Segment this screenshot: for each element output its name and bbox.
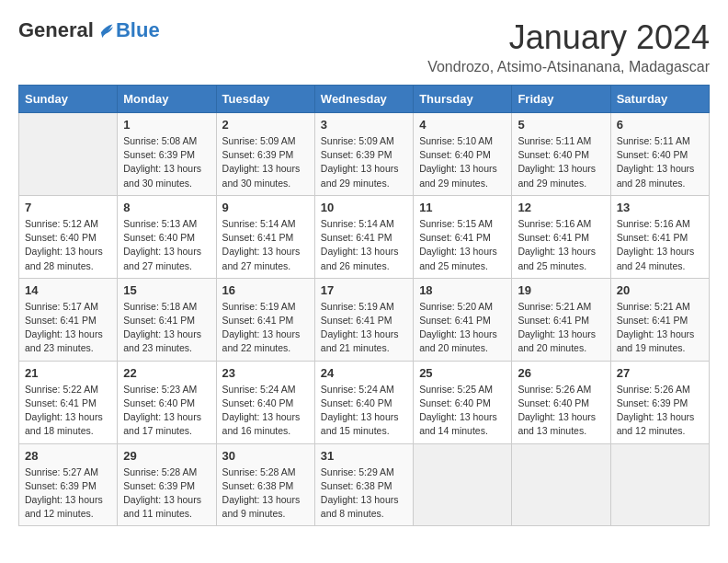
calendar-header-thursday: Thursday bbox=[414, 86, 512, 113]
day-number: 19 bbox=[518, 283, 604, 297]
calendar-cell: 16Sunrise: 5:19 AM Sunset: 6:41 PM Dayli… bbox=[216, 278, 314, 361]
calendar-cell: 15Sunrise: 5:18 AM Sunset: 6:41 PM Dayli… bbox=[118, 278, 216, 361]
day-info: Sunrise: 5:19 AM Sunset: 6:41 PM Dayligh… bbox=[222, 300, 309, 356]
day-number: 28 bbox=[25, 449, 111, 463]
day-info: Sunrise: 5:14 AM Sunset: 6:41 PM Dayligh… bbox=[222, 217, 309, 273]
calendar-cell: 19Sunrise: 5:21 AM Sunset: 6:41 PM Dayli… bbox=[512, 278, 610, 361]
calendar-cell: 29Sunrise: 5:28 AM Sunset: 6:39 PM Dayli… bbox=[118, 443, 216, 526]
logo-blue-text: Blue bbox=[116, 18, 160, 42]
calendar-header-tuesday: Tuesday bbox=[216, 86, 314, 113]
day-info: Sunrise: 5:11 AM Sunset: 6:40 PM Dayligh… bbox=[617, 134, 703, 190]
day-number: 21 bbox=[25, 366, 111, 380]
day-info: Sunrise: 5:28 AM Sunset: 6:39 PM Dayligh… bbox=[123, 465, 210, 522]
location-subtitle: Vondrozo, Atsimo-Atsinanana, Madagascar bbox=[427, 59, 710, 75]
day-number: 4 bbox=[419, 118, 506, 132]
day-info: Sunrise: 5:13 AM Sunset: 6:40 PM Dayligh… bbox=[123, 217, 210, 273]
calendar-cell: 25Sunrise: 5:25 AM Sunset: 6:40 PM Dayli… bbox=[414, 361, 512, 443]
day-info: Sunrise: 5:21 AM Sunset: 6:41 PM Dayligh… bbox=[617, 300, 703, 356]
calendar-cell: 8Sunrise: 5:13 AM Sunset: 6:40 PM Daylig… bbox=[118, 195, 216, 278]
logo-bird-icon bbox=[96, 20, 116, 40]
calendar-cell: 21Sunrise: 5:22 AM Sunset: 6:41 PM Dayli… bbox=[19, 361, 118, 443]
calendar-cell: 3Sunrise: 5:09 AM Sunset: 6:39 PM Daylig… bbox=[314, 113, 413, 196]
logo: General Blue bbox=[18, 18, 160, 42]
day-number: 8 bbox=[123, 201, 210, 214]
day-number: 16 bbox=[222, 283, 309, 297]
calendar-cell: 7Sunrise: 5:12 AM Sunset: 6:40 PM Daylig… bbox=[19, 195, 118, 278]
day-info: Sunrise: 5:15 AM Sunset: 6:41 PM Dayligh… bbox=[419, 217, 506, 273]
day-number: 14 bbox=[25, 283, 111, 297]
calendar-cell: 20Sunrise: 5:21 AM Sunset: 6:41 PM Dayli… bbox=[610, 278, 709, 361]
day-number: 2 bbox=[222, 118, 309, 132]
calendar-table: SundayMondayTuesdayWednesdayThursdayFrid… bbox=[18, 85, 710, 526]
day-info: Sunrise: 5:27 AM Sunset: 6:39 PM Dayligh… bbox=[25, 465, 111, 522]
calendar-cell: 17Sunrise: 5:19 AM Sunset: 6:41 PM Dayli… bbox=[314, 278, 413, 361]
day-number: 26 bbox=[518, 366, 604, 380]
calendar-cell bbox=[610, 443, 709, 526]
calendar-cell: 24Sunrise: 5:24 AM Sunset: 6:40 PM Dayli… bbox=[314, 361, 413, 443]
day-number: 11 bbox=[419, 201, 506, 214]
calendar-cell: 23Sunrise: 5:24 AM Sunset: 6:40 PM Dayli… bbox=[216, 361, 314, 443]
day-info: Sunrise: 5:23 AM Sunset: 6:40 PM Dayligh… bbox=[123, 383, 210, 439]
day-number: 9 bbox=[222, 201, 309, 214]
day-info: Sunrise: 5:19 AM Sunset: 6:41 PM Dayligh… bbox=[321, 300, 407, 356]
day-number: 12 bbox=[518, 201, 604, 214]
calendar-cell: 9Sunrise: 5:14 AM Sunset: 6:41 PM Daylig… bbox=[216, 195, 314, 278]
day-info: Sunrise: 5:09 AM Sunset: 6:39 PM Dayligh… bbox=[321, 134, 407, 190]
day-info: Sunrise: 5:24 AM Sunset: 6:40 PM Dayligh… bbox=[222, 383, 309, 439]
day-info: Sunrise: 5:22 AM Sunset: 6:41 PM Dayligh… bbox=[25, 383, 111, 439]
day-number: 30 bbox=[222, 449, 309, 463]
day-info: Sunrise: 5:29 AM Sunset: 6:38 PM Dayligh… bbox=[321, 465, 407, 522]
day-number: 17 bbox=[321, 283, 407, 297]
day-info: Sunrise: 5:16 AM Sunset: 6:41 PM Dayligh… bbox=[617, 217, 703, 273]
title-block: January 2024 Vondrozo, Atsimo-Atsinanana… bbox=[427, 18, 710, 75]
day-info: Sunrise: 5:24 AM Sunset: 6:40 PM Dayligh… bbox=[321, 383, 407, 439]
calendar-cell: 31Sunrise: 5:29 AM Sunset: 6:38 PM Dayli… bbox=[314, 443, 413, 526]
day-number: 1 bbox=[123, 118, 210, 132]
calendar-week-row: 7Sunrise: 5:12 AM Sunset: 6:40 PM Daylig… bbox=[19, 195, 710, 278]
day-number: 6 bbox=[617, 118, 703, 132]
calendar-cell bbox=[19, 113, 118, 196]
calendar-cell: 26Sunrise: 5:26 AM Sunset: 6:40 PM Dayli… bbox=[512, 361, 610, 443]
calendar-cell: 2Sunrise: 5:09 AM Sunset: 6:39 PM Daylig… bbox=[216, 113, 314, 196]
day-number: 10 bbox=[321, 201, 407, 214]
calendar-header-sunday: Sunday bbox=[19, 86, 118, 113]
day-number: 24 bbox=[321, 366, 407, 380]
calendar-header-monday: Monday bbox=[118, 86, 216, 113]
day-info: Sunrise: 5:12 AM Sunset: 6:40 PM Dayligh… bbox=[25, 217, 111, 273]
day-info: Sunrise: 5:17 AM Sunset: 6:41 PM Dayligh… bbox=[25, 300, 111, 356]
day-info: Sunrise: 5:25 AM Sunset: 6:40 PM Dayligh… bbox=[419, 383, 506, 439]
day-number: 3 bbox=[321, 118, 407, 132]
day-number: 15 bbox=[123, 283, 210, 297]
page-header: General Blue January 2024 Vondrozo, Atsi… bbox=[18, 18, 710, 75]
calendar-cell bbox=[414, 443, 512, 526]
day-number: 27 bbox=[617, 366, 703, 380]
calendar-cell: 18Sunrise: 5:20 AM Sunset: 6:41 PM Dayli… bbox=[414, 278, 512, 361]
calendar-week-row: 14Sunrise: 5:17 AM Sunset: 6:41 PM Dayli… bbox=[19, 278, 710, 361]
calendar-week-row: 21Sunrise: 5:22 AM Sunset: 6:41 PM Dayli… bbox=[19, 361, 710, 443]
calendar-cell: 13Sunrise: 5:16 AM Sunset: 6:41 PM Dayli… bbox=[610, 195, 709, 278]
calendar-week-row: 28Sunrise: 5:27 AM Sunset: 6:39 PM Dayli… bbox=[19, 443, 710, 526]
day-number: 20 bbox=[617, 283, 703, 297]
calendar-header-friday: Friday bbox=[512, 86, 610, 113]
calendar-week-row: 1Sunrise: 5:08 AM Sunset: 6:39 PM Daylig… bbox=[19, 113, 710, 196]
calendar-cell: 11Sunrise: 5:15 AM Sunset: 6:41 PM Dayli… bbox=[414, 195, 512, 278]
calendar-cell: 5Sunrise: 5:11 AM Sunset: 6:40 PM Daylig… bbox=[512, 113, 610, 196]
day-number: 18 bbox=[419, 283, 506, 297]
calendar-cell: 14Sunrise: 5:17 AM Sunset: 6:41 PM Dayli… bbox=[19, 278, 118, 361]
calendar-cell: 22Sunrise: 5:23 AM Sunset: 6:40 PM Dayli… bbox=[118, 361, 216, 443]
day-number: 13 bbox=[617, 201, 703, 214]
day-info: Sunrise: 5:20 AM Sunset: 6:41 PM Dayligh… bbox=[419, 300, 506, 356]
calendar-cell: 27Sunrise: 5:26 AM Sunset: 6:39 PM Dayli… bbox=[610, 361, 709, 443]
day-number: 31 bbox=[321, 449, 407, 463]
calendar-cell: 28Sunrise: 5:27 AM Sunset: 6:39 PM Dayli… bbox=[19, 443, 118, 526]
day-info: Sunrise: 5:16 AM Sunset: 6:41 PM Dayligh… bbox=[518, 217, 604, 273]
calendar-cell: 30Sunrise: 5:28 AM Sunset: 6:38 PM Dayli… bbox=[216, 443, 314, 526]
calendar-header-saturday: Saturday bbox=[610, 86, 709, 113]
day-number: 29 bbox=[123, 449, 210, 463]
calendar-cell: 10Sunrise: 5:14 AM Sunset: 6:41 PM Dayli… bbox=[314, 195, 413, 278]
calendar-header-row: SundayMondayTuesdayWednesdayThursdayFrid… bbox=[19, 86, 710, 113]
day-info: Sunrise: 5:10 AM Sunset: 6:40 PM Dayligh… bbox=[419, 134, 506, 190]
day-info: Sunrise: 5:09 AM Sunset: 6:39 PM Dayligh… bbox=[222, 134, 309, 190]
day-info: Sunrise: 5:26 AM Sunset: 6:39 PM Dayligh… bbox=[617, 383, 703, 439]
day-number: 23 bbox=[222, 366, 309, 380]
